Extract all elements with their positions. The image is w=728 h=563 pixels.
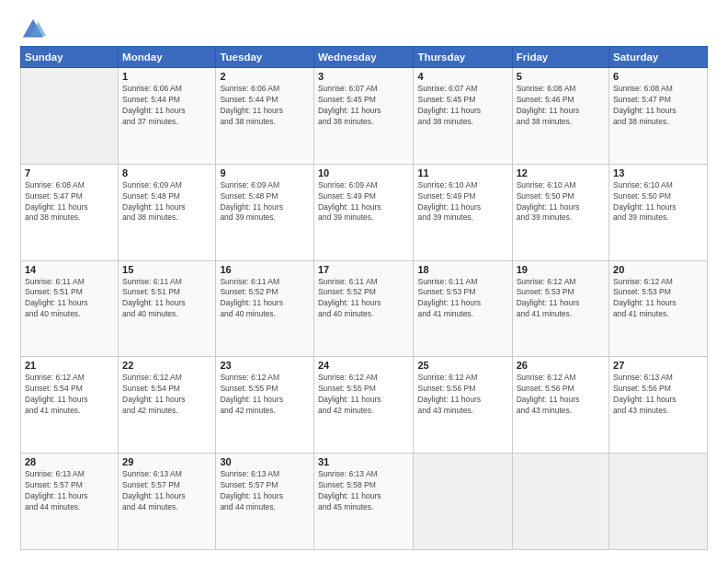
day-info: Sunrise: 6:11 AM Sunset: 5:51 PM Dayligh… xyxy=(122,277,211,321)
calendar-header: SundayMondayTuesdayWednesdayThursdayFrid… xyxy=(21,47,708,68)
day-number: 26 xyxy=(517,360,605,371)
day-info: Sunrise: 6:08 AM Sunset: 5:47 PM Dayligh… xyxy=(613,84,703,128)
day-info: Sunrise: 6:13 AM Sunset: 5:56 PM Dayligh… xyxy=(613,373,703,417)
day-cell: 4Sunrise: 6:07 AM Sunset: 5:45 PM Daylig… xyxy=(414,68,512,165)
page: SundayMondayTuesdayWednesdayThursdayFrid… xyxy=(0,0,728,563)
day-cell: 3Sunrise: 6:07 AM Sunset: 5:45 PM Daylig… xyxy=(313,68,414,165)
day-info: Sunrise: 6:07 AM Sunset: 5:45 PM Dayligh… xyxy=(417,84,507,128)
day-cell: 10Sunrise: 6:09 AM Sunset: 5:49 PM Dayli… xyxy=(313,164,414,260)
day-number: 15 xyxy=(122,264,211,275)
weekday-monday: Monday xyxy=(119,47,216,68)
weekday-thursday: Thursday xyxy=(414,47,512,68)
day-number: 9 xyxy=(220,167,310,178)
day-cell: 2Sunrise: 6:06 AM Sunset: 5:44 PM Daylig… xyxy=(216,68,314,165)
week-row-2: 14Sunrise: 6:11 AM Sunset: 5:51 PM Dayli… xyxy=(21,260,708,357)
weekday-tuesday: Tuesday xyxy=(216,47,314,68)
day-cell: 30Sunrise: 6:13 AM Sunset: 5:57 PM Dayli… xyxy=(216,454,314,550)
day-number: 27 xyxy=(613,360,703,371)
day-cell: 7Sunrise: 6:08 AM Sunset: 5:47 PM Daylig… xyxy=(21,164,119,260)
day-cell: 17Sunrise: 6:11 AM Sunset: 5:52 PM Dayli… xyxy=(313,260,414,357)
day-info: Sunrise: 6:12 AM Sunset: 5:56 PM Dayligh… xyxy=(517,373,605,417)
header xyxy=(20,17,708,42)
day-cell: 8Sunrise: 6:09 AM Sunset: 5:48 PM Daylig… xyxy=(119,164,216,260)
weekday-friday: Friday xyxy=(512,47,609,68)
day-cell: 11Sunrise: 6:10 AM Sunset: 5:49 PM Dayli… xyxy=(414,164,512,260)
day-info: Sunrise: 6:12 AM Sunset: 5:53 PM Dayligh… xyxy=(517,277,605,321)
week-row-0: 1Sunrise: 6:06 AM Sunset: 5:44 PM Daylig… xyxy=(21,68,708,165)
day-number: 8 xyxy=(122,167,211,178)
weekday-header-row: SundayMondayTuesdayWednesdayThursdayFrid… xyxy=(21,47,708,68)
day-number: 6 xyxy=(613,71,703,82)
weekday-saturday: Saturday xyxy=(609,47,708,68)
day-info: Sunrise: 6:12 AM Sunset: 5:55 PM Dayligh… xyxy=(318,373,410,417)
day-cell: 14Sunrise: 6:11 AM Sunset: 5:51 PM Dayli… xyxy=(21,260,119,357)
day-info: Sunrise: 6:09 AM Sunset: 5:48 PM Dayligh… xyxy=(122,180,211,224)
week-row-3: 21Sunrise: 6:12 AM Sunset: 5:54 PM Dayli… xyxy=(21,357,708,454)
day-number: 16 xyxy=(220,264,310,275)
day-number: 2 xyxy=(220,71,310,82)
day-cell: 6Sunrise: 6:08 AM Sunset: 5:47 PM Daylig… xyxy=(609,68,708,165)
day-info: Sunrise: 6:12 AM Sunset: 5:54 PM Dayligh… xyxy=(25,373,114,417)
day-cell xyxy=(512,454,609,550)
week-row-1: 7Sunrise: 6:08 AM Sunset: 5:47 PM Daylig… xyxy=(21,164,708,260)
day-info: Sunrise: 6:07 AM Sunset: 5:45 PM Dayligh… xyxy=(318,84,410,128)
day-cell: 12Sunrise: 6:10 AM Sunset: 5:50 PM Dayli… xyxy=(512,164,609,260)
day-cell: 31Sunrise: 6:13 AM Sunset: 5:58 PM Dayli… xyxy=(313,454,414,550)
weekday-sunday: Sunday xyxy=(21,47,119,68)
day-cell: 29Sunrise: 6:13 AM Sunset: 5:57 PM Dayli… xyxy=(119,454,216,550)
day-number: 29 xyxy=(122,456,211,467)
day-number: 19 xyxy=(517,264,605,275)
weekday-wednesday: Wednesday xyxy=(313,47,414,68)
day-info: Sunrise: 6:13 AM Sunset: 5:57 PM Dayligh… xyxy=(122,469,211,513)
day-info: Sunrise: 6:06 AM Sunset: 5:44 PM Dayligh… xyxy=(220,84,310,128)
day-number: 1 xyxy=(122,71,211,82)
day-cell: 9Sunrise: 6:09 AM Sunset: 5:48 PM Daylig… xyxy=(216,164,314,260)
day-number: 25 xyxy=(417,360,507,371)
day-number: 30 xyxy=(220,456,310,467)
day-info: Sunrise: 6:08 AM Sunset: 5:47 PM Dayligh… xyxy=(25,180,114,224)
day-number: 3 xyxy=(318,71,410,82)
day-number: 20 xyxy=(613,264,703,275)
day-cell: 13Sunrise: 6:10 AM Sunset: 5:50 PM Dayli… xyxy=(609,164,708,260)
day-info: Sunrise: 6:11 AM Sunset: 5:52 PM Dayligh… xyxy=(318,277,410,321)
calendar: SundayMondayTuesdayWednesdayThursdayFrid… xyxy=(20,46,708,550)
day-info: Sunrise: 6:12 AM Sunset: 5:55 PM Dayligh… xyxy=(220,373,310,417)
day-info: Sunrise: 6:13 AM Sunset: 5:57 PM Dayligh… xyxy=(25,469,114,513)
day-cell xyxy=(609,454,708,550)
day-info: Sunrise: 6:13 AM Sunset: 5:57 PM Dayligh… xyxy=(220,469,310,513)
day-number: 5 xyxy=(517,71,605,82)
day-number: 24 xyxy=(318,360,410,371)
day-number: 11 xyxy=(417,167,507,178)
day-cell xyxy=(414,454,512,550)
calendar-body: 1Sunrise: 6:06 AM Sunset: 5:44 PM Daylig… xyxy=(21,68,708,550)
day-cell: 24Sunrise: 6:12 AM Sunset: 5:55 PM Dayli… xyxy=(313,357,414,454)
day-cell: 27Sunrise: 6:13 AM Sunset: 5:56 PM Dayli… xyxy=(609,357,708,454)
day-info: Sunrise: 6:06 AM Sunset: 5:44 PM Dayligh… xyxy=(122,84,211,128)
day-cell: 28Sunrise: 6:13 AM Sunset: 5:57 PM Dayli… xyxy=(21,454,119,550)
day-cell: 20Sunrise: 6:12 AM Sunset: 5:53 PM Dayli… xyxy=(609,260,708,357)
day-info: Sunrise: 6:09 AM Sunset: 5:49 PM Dayligh… xyxy=(318,180,410,224)
day-number: 7 xyxy=(25,167,114,178)
day-number: 18 xyxy=(417,264,507,275)
day-cell: 22Sunrise: 6:12 AM Sunset: 5:54 PM Dayli… xyxy=(119,357,216,454)
day-cell xyxy=(21,68,119,165)
day-cell: 23Sunrise: 6:12 AM Sunset: 5:55 PM Dayli… xyxy=(216,357,314,454)
day-cell: 25Sunrise: 6:12 AM Sunset: 5:56 PM Dayli… xyxy=(414,357,512,454)
day-info: Sunrise: 6:12 AM Sunset: 5:54 PM Dayligh… xyxy=(122,373,211,417)
day-cell: 15Sunrise: 6:11 AM Sunset: 5:51 PM Dayli… xyxy=(119,260,216,357)
day-info: Sunrise: 6:10 AM Sunset: 5:50 PM Dayligh… xyxy=(613,180,703,224)
day-number: 10 xyxy=(318,167,410,178)
logo xyxy=(20,17,50,42)
day-number: 14 xyxy=(25,264,114,275)
day-number: 28 xyxy=(25,456,114,467)
day-info: Sunrise: 6:11 AM Sunset: 5:52 PM Dayligh… xyxy=(220,277,310,321)
day-cell: 16Sunrise: 6:11 AM Sunset: 5:52 PM Dayli… xyxy=(216,260,314,357)
logo-icon xyxy=(20,17,46,42)
day-info: Sunrise: 6:13 AM Sunset: 5:58 PM Dayligh… xyxy=(318,469,410,513)
day-number: 31 xyxy=(318,456,410,467)
day-cell: 21Sunrise: 6:12 AM Sunset: 5:54 PM Dayli… xyxy=(21,357,119,454)
day-info: Sunrise: 6:11 AM Sunset: 5:53 PM Dayligh… xyxy=(417,277,507,321)
day-number: 22 xyxy=(122,360,211,371)
day-info: Sunrise: 6:12 AM Sunset: 5:53 PM Dayligh… xyxy=(613,277,703,321)
day-number: 21 xyxy=(25,360,114,371)
